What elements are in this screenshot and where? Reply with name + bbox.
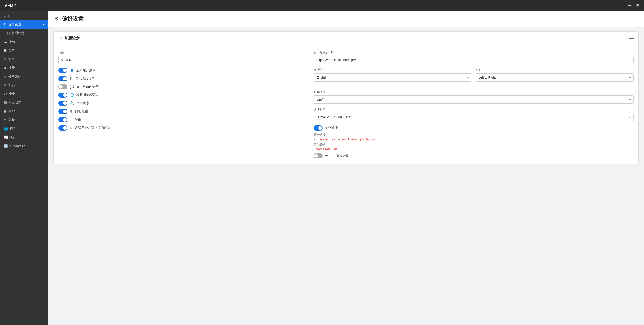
toggle-icon-archive_map: ⚙ xyxy=(70,110,73,114)
url-field-group: 应用程序的URL xyxy=(314,50,634,64)
sidebar-item-translate[interactable]: 🌐 译文 xyxy=(0,124,48,133)
direction-select[interactable]: Left to Right xyxy=(476,73,634,82)
pretty-url-row: 美化链接 xyxy=(314,126,634,130)
right-column: 应用程序的URL 默认语言 English 方向 xyxy=(314,50,634,158)
appearance-icon: ✏ xyxy=(4,118,7,122)
direct-link-toggle[interactable] xyxy=(314,153,323,158)
permissions-icon: ⊞ xyxy=(4,57,7,61)
sidebar-item-share-label: 分享文件 xyxy=(8,74,21,78)
toggle-send_notification[interactable] xyxy=(58,126,68,130)
toggle-label-show_current_lang: 显示当前的语言 xyxy=(76,85,99,89)
toggle-detect_browser_lang[interactable] xyxy=(58,92,68,98)
toggle-icon-show_lang_menu: 🏳 xyxy=(70,77,73,81)
sidebar-item-translate-label: 译文 xyxy=(10,126,16,131)
sidebar-item-mail[interactable]: ✉ 邮箱 xyxy=(0,81,48,90)
title-label: 标题 xyxy=(58,50,304,54)
sidebar-item-mail-label: 邮箱 xyxy=(8,83,15,87)
section-collapse-button[interactable]: — xyxy=(629,35,634,41)
time-format-select[interactable]: d/m/Y xyxy=(314,95,634,104)
sidebar-item-list[interactable]: ☰ 名单 xyxy=(0,46,48,55)
chevron-down-icon: ▾ xyxy=(43,23,44,26)
toggle-icon-show_current_lang: 💬 xyxy=(70,85,74,89)
toggle-show_lang_menu[interactable] xyxy=(58,76,68,81)
topbar-icons: ⌂ ⇥ ⚑ xyxy=(622,3,640,8)
original-url-value: /vfm-admin/vfm-downloader.php?q=xxx xyxy=(314,138,634,141)
eye-arrow-icon: 👁→□ xyxy=(325,154,334,158)
direct-link-label: 直接链接 xyxy=(336,154,349,158)
toggle-list: 👤显示用户菜单🏳显示语言菜单💬显示当前的语言🌐检测浏览器语言🔍全局搜索⚙归档地图… xyxy=(58,68,304,130)
url-label: 应用程序的URL xyxy=(314,50,634,54)
toggle-row-show_current_lang: 💬显示当前的语言 xyxy=(58,84,304,89)
translate-icon: 🌐 xyxy=(4,126,8,131)
language-field-group: 默认语言 English xyxy=(314,68,472,82)
content-area: ⚙ 偏好设置 ⚙ 普通设定 — 标题 xyxy=(48,11,644,325)
time-format-label: 时间格式 xyxy=(314,90,634,94)
timezone-select[interactable]: UTC/GMT +00:00 - UTC xyxy=(314,113,634,121)
title-input[interactable] xyxy=(58,56,304,64)
sidebar-item-preferences-label: 偏好设置 xyxy=(8,22,21,26)
sidebar-item-stats[interactable]: 📈 统计 xyxy=(0,133,48,142)
sidebar-item-upload-label: 上传 xyxy=(9,40,15,44)
pretty-url-value-label: 美化链接: xyxy=(314,142,634,146)
toggle-show_user_menu[interactable] xyxy=(58,68,68,73)
sidebar-item-activity-label: 活动日志 xyxy=(9,100,22,105)
sidebar-item-updates[interactable]: 🔄 >updates< xyxy=(0,142,48,150)
share-icon: ◁ xyxy=(4,74,6,78)
home-icon[interactable]: ⌂ xyxy=(622,3,624,8)
url-input[interactable] xyxy=(314,56,634,64)
toggle-label-show_user_menu: 显示用户菜单 xyxy=(76,68,96,72)
section-gear-icon: ⚙ xyxy=(58,36,62,41)
section-header: ⚙ 普通设定 — xyxy=(54,32,638,45)
toggle-icon-show_user_menu: 👤 xyxy=(70,68,74,72)
title-field-group: 标题 xyxy=(58,50,304,64)
sidebar-item-upload[interactable]: ☁ 上传 xyxy=(0,38,48,46)
sidebar-item-security[interactable]: 🛡 安全 xyxy=(0,90,48,98)
flag-icon[interactable]: ⚑ xyxy=(636,3,640,8)
stats-icon: 📈 xyxy=(4,135,8,140)
section-title: 普通设定 xyxy=(64,36,80,41)
toggle-icon-detect_browser_lang: 🌐 xyxy=(70,93,74,97)
language-select[interactable]: English xyxy=(314,73,472,82)
sidebar-item-share[interactable]: ◁ 分享文件 xyxy=(0,72,48,81)
sidebar-item-register[interactable]: ◉ 注册 xyxy=(0,64,48,72)
sidebar-item-stats-label: 统计 xyxy=(10,135,16,140)
toggle-row-archive_map: ⚙归档地图 xyxy=(58,109,304,114)
toggle-label-navigation: 导航 xyxy=(75,118,81,122)
sidebar-item-general[interactable]: ⚙ 普通设定 xyxy=(0,29,48,38)
page-header: ⚙ 偏好设置 xyxy=(48,11,644,27)
toggle-row-navigation: ···导航 xyxy=(58,117,304,122)
security-icon: 🛡 xyxy=(4,92,7,96)
time-format-group: 时间格式 d/m/Y xyxy=(314,90,634,104)
toggle-show_current_lang[interactable] xyxy=(58,84,68,89)
sidebar-item-activity[interactable]: ▦ 活动日志 xyxy=(0,98,48,107)
toggle-archive_map[interactable] xyxy=(58,109,68,114)
toggle-row-global_search: 🔍全局搜索 xyxy=(58,101,304,106)
section-body: 标题 👤显示用户菜单🏳显示语言菜单💬显示当前的语言🌐检测浏览器语言🔍全局搜索⚙归… xyxy=(54,45,638,164)
lang-dir-grid: 默认语言 English 方向 Left to Right xyxy=(314,68,634,86)
section-card-general: ⚙ 普通设定 — 标题 👤显示用户菜单🏳显示语言菜单💬显示当前的语言🌐检测浏览器… xyxy=(54,31,638,164)
sidebar-item-updates-label: >updates< xyxy=(10,144,25,148)
sidebar-item-preferences[interactable]: ⚙ 偏好设置 ▾ xyxy=(0,20,48,29)
toggle-row-show_lang_menu: 🏳显示语言菜单 xyxy=(58,76,304,81)
users-icon: ◉ xyxy=(4,109,7,113)
timezone-label: 默认时区 xyxy=(314,108,634,112)
pretty-url-toggle[interactable] xyxy=(314,126,323,130)
toggle-global_search[interactable] xyxy=(58,101,68,106)
toggle-row-show_user_menu: 👤显示用户菜单 xyxy=(58,68,304,73)
toggle-label-detect_browser_lang: 检测浏览器语言 xyxy=(76,93,99,97)
direct-link-row: 👁→□ 直接链接 xyxy=(314,153,634,158)
toggle-navigation[interactable] xyxy=(58,117,68,122)
language-label: 默认语言 xyxy=(314,68,472,72)
pretty-url-label: 美化链接 xyxy=(325,126,338,130)
signout-icon[interactable]: ⇥ xyxy=(628,3,632,8)
page-header-icon: ⚙ xyxy=(54,16,59,22)
sidebar-item-appearance[interactable]: ✏ 外貌 xyxy=(0,116,48,124)
toggle-row-detect_browser_lang: 🌐检测浏览器语言 xyxy=(58,92,304,98)
list-icon: ☰ xyxy=(4,48,7,52)
section-header-left: ⚙ 普通设定 xyxy=(58,36,80,41)
sidebar-item-permissions[interactable]: ⊞ 权限 xyxy=(0,55,48,64)
sidebar-item-security-label: 安全 xyxy=(9,92,15,96)
direction-label: 方向 xyxy=(476,68,634,72)
page-title: 偏好设置 xyxy=(62,15,84,22)
sidebar-item-users[interactable]: ◉ 用户 xyxy=(0,107,48,116)
